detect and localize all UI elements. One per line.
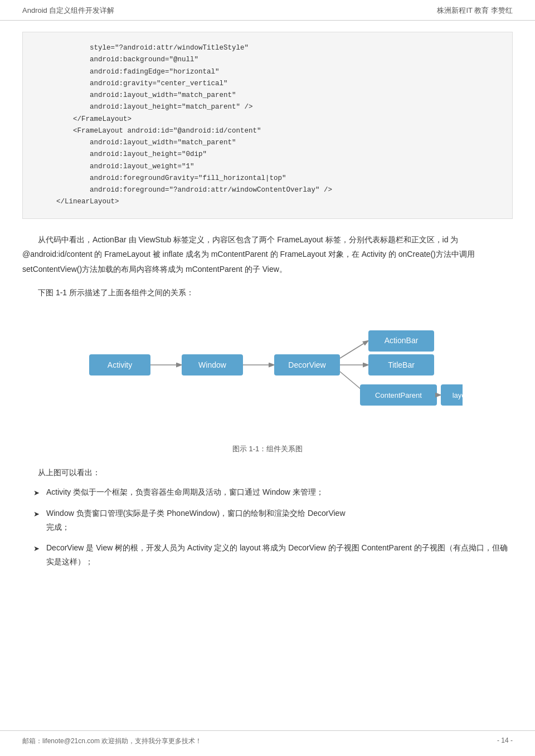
component-diagram: Activity Window DecorView (72, 311, 463, 440)
page-footer: 邮箱：lifenote@21cn.com 欢迎捐助，支持我分享更多技术！ - 1… (0, 730, 535, 746)
bullet-text-1: Activity 类似于一个框架，负责容器生命周期及活动，窗口通过 Window… (46, 485, 513, 499)
code-block: style="?android:attr/windowTitleStyle" a… (22, 32, 513, 219)
activity-label: Activity (108, 360, 132, 369)
code-line-7: </FrameLayout> (56, 114, 499, 125)
code-line-14: </LinearLayout> (56, 196, 499, 208)
code-line-12: android:foregroundGravity="fill_horizont… (56, 173, 499, 184)
bullet-list: ➤ Activity 类似于一个框架，负责容器生命周期及活动，窗口通过 Wind… (22, 485, 513, 569)
section-title: 下图 1-1 所示描述了上面各组件之间的关系： (22, 285, 513, 300)
page-container: Android 自定义组件开发详解 株洲新程IT 教育 李赞红 style="?… (0, 0, 535, 756)
bullet-intro: 从上图可以看出： (22, 465, 513, 480)
bullet-arrow-1: ➤ (33, 486, 40, 499)
page-header: Android 自定义组件开发详解 株洲新程IT 教育 李赞红 (0, 0, 535, 21)
diagram-container: Activity Window DecorView (22, 311, 513, 440)
paragraph-1: 从代码中看出，ActionBar 由 ViewStub 标签定义，内容区包含了两… (22, 232, 513, 277)
code-line-4: android:gravity="center_vertical" (56, 78, 499, 90)
header-right: 株洲新程IT 教育 李赞红 (437, 6, 513, 16)
contentparent-label: ContentParent (375, 391, 422, 399)
arrow-decorview-actionbar (340, 341, 368, 358)
bullet-arrow-2: ➤ (33, 508, 40, 520)
code-line-11: android:layout_weight="1" (56, 161, 499, 173)
header-left: Android 自定义组件开发详解 (22, 6, 114, 16)
code-line-2: android:background="@null" (56, 54, 499, 66)
bullet-text-2: Window 负责窗口管理(实际是子类 PhoneWindow)，窗口的绘制和渲… (46, 506, 513, 534)
actionbar-label: ActionBar (385, 336, 419, 345)
decorview-label: DecorView (288, 360, 326, 369)
diagram-caption: 图示 1-1：组件关系图 (22, 444, 513, 454)
footer-right: - 14 - (497, 737, 513, 746)
code-line-8: <FrameLayout android:id="@android:id/con… (56, 125, 499, 137)
layoutxml-label: layout.xml (453, 391, 463, 399)
list-item-2: ➤ Window 负责窗口管理(实际是子类 PhoneWindow)，窗口的绘制… (22, 506, 513, 534)
main-content: style="?android:attr/windowTitleStyle" a… (0, 21, 535, 595)
footer-left: 邮箱：lifenote@21cn.com 欢迎捐助，支持我分享更多技术！ (22, 737, 202, 746)
code-line-1: style="?android:attr/windowTitleStyle" (56, 42, 499, 54)
code-line-10: android:layout_height="0dip" (56, 149, 499, 160)
window-label: Window (198, 360, 227, 369)
titlebar-label: TitleBar (388, 360, 415, 369)
code-line-13: android:foreground="?android:attr/window… (56, 184, 499, 196)
bullet-arrow-3: ➤ (33, 542, 40, 555)
code-line-5: android:layout_width="match_parent" (56, 90, 499, 101)
code-line-3: android:fadingEdge="horizontal" (56, 66, 499, 78)
code-line-9: android:layout_width="match_parent" (56, 137, 499, 149)
code-line-6: android:layout_height="match_parent" /> (56, 101, 499, 113)
bullet-text-3: DecorView 是 View 树的根，开发人员为 Activity 定义的 … (46, 541, 513, 569)
list-item-3: ➤ DecorView 是 View 树的根，开发人员为 Activity 定义… (22, 541, 513, 569)
list-item-1: ➤ Activity 类似于一个框架，负责容器生命周期及活动，窗口通过 Wind… (22, 485, 513, 499)
